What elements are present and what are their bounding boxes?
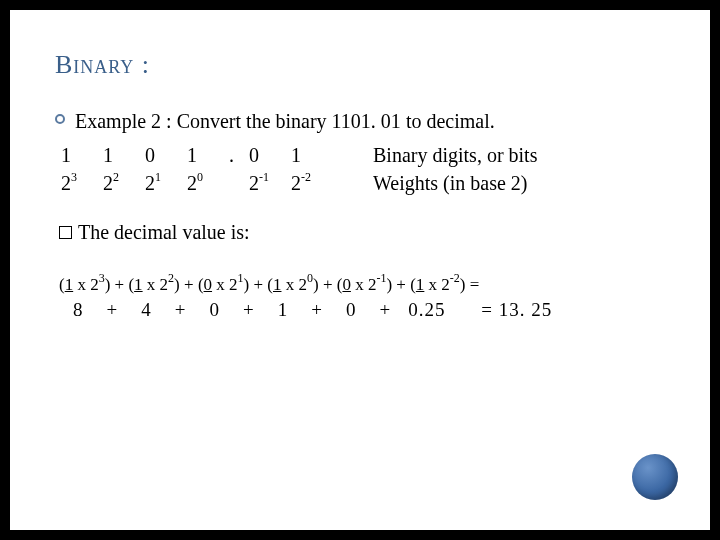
- plus: +: [379, 299, 391, 320]
- digit: 1: [291, 141, 333, 169]
- weight: 2-1: [249, 169, 291, 197]
- term: (1 x 2-2): [410, 275, 465, 294]
- sum-val: 0.25: [408, 299, 445, 320]
- sum-val: 1: [278, 299, 289, 320]
- decimal-value-row: The decimal value is:: [59, 219, 665, 246]
- sphere-icon: [632, 454, 678, 500]
- plus: +: [311, 299, 323, 320]
- example-text: Example 2 : Convert the binary 1101. 01 …: [75, 108, 495, 135]
- term: (1 x 20): [267, 275, 318, 294]
- plus: +: [243, 299, 255, 320]
- weight: 2-2: [291, 169, 333, 197]
- example-row: Example 2 : Convert the binary 1101. 01 …: [55, 108, 665, 135]
- sum-val: 0: [346, 299, 357, 320]
- weights-label: Weights (in base 2): [373, 169, 527, 197]
- sum-val: 4: [141, 299, 152, 320]
- term: (0 x 2-1): [337, 275, 392, 294]
- slide: Binary : Example 2 : Convert the binary …: [10, 10, 710, 530]
- digit-dot: .: [229, 141, 249, 169]
- slide-title: Binary :: [55, 50, 665, 80]
- example-suffix: to decimal.: [401, 110, 495, 132]
- digits-label: Binary digits, or bits: [373, 141, 537, 169]
- checkbox-icon: [59, 226, 72, 239]
- expansion-line: (1 x 23) + (1 x 22) + (0 x 21) + (1 x 20…: [59, 270, 665, 297]
- plus: +: [107, 299, 119, 320]
- sum-val: 8: [73, 299, 84, 320]
- example-prefix: Example 2 : Convert the binary: [75, 110, 332, 132]
- weight: 21: [145, 169, 187, 197]
- digit: 1: [61, 141, 103, 169]
- decimal-value-text: The decimal value is:: [78, 219, 250, 246]
- equals: =: [470, 275, 480, 294]
- sum-row: 8 + 4 + 0 + 1 + 0 + 0.25 = 13. 25: [73, 299, 665, 321]
- term: (1 x 23): [59, 275, 110, 294]
- term: (0 x 21): [198, 275, 249, 294]
- digits-block: 1 1 0 1 . 0 1 Binary digits, or bits 23 …: [61, 141, 665, 197]
- weight: 23: [61, 169, 103, 197]
- example-number: 1101. 01: [332, 110, 401, 132]
- digit: 0: [249, 141, 291, 169]
- weight: 20: [187, 169, 229, 197]
- plus: +: [175, 299, 187, 320]
- sum-result: = 13. 25: [481, 299, 552, 320]
- bullet-icon: [55, 114, 65, 124]
- digit: 0: [145, 141, 187, 169]
- sum-val: 0: [209, 299, 220, 320]
- digit: 1: [187, 141, 229, 169]
- digit: 1: [103, 141, 145, 169]
- weight: 22: [103, 169, 145, 197]
- weights-row: 23 22 21 20 2-1 2-2 Weights (in base 2): [61, 169, 665, 197]
- term: (1 x 22): [128, 275, 179, 294]
- digits-row: 1 1 0 1 . 0 1 Binary digits, or bits: [61, 141, 665, 169]
